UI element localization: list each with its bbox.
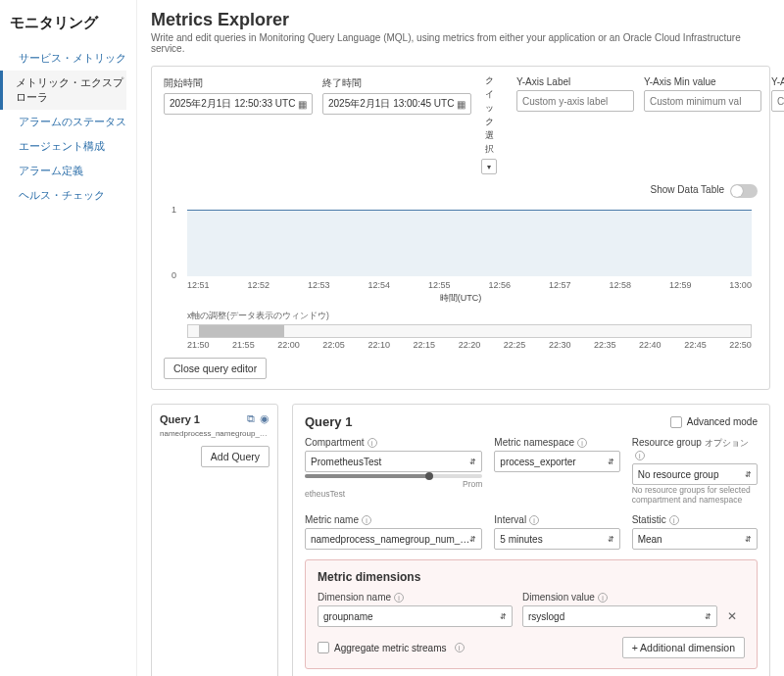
info-icon[interactable]: i bbox=[635, 451, 645, 460]
start-time-value: 2025年2月1日 12:50:33 UTC bbox=[170, 97, 295, 111]
aggregate-label: Aggregate metric streams bbox=[334, 643, 447, 653]
page-title: Metrics Explorer bbox=[151, 10, 770, 30]
chevron-down-icon: ▾ bbox=[487, 163, 491, 171]
interval-label: Intervali bbox=[494, 514, 619, 525]
end-time-input[interactable]: 2025年2月1日 13:00:45 UTC ▦ bbox=[322, 93, 471, 115]
aggregate-checkbox[interactable] bbox=[318, 642, 329, 653]
dimensions-box: Metric dimensions Dimension namei groupn… bbox=[305, 559, 758, 669]
sidebar-item-service-metrics[interactable]: サービス・メトリック bbox=[10, 46, 126, 71]
chart: 1 0 12:51 12:52 12:53 12:54 12:55 12:56 … bbox=[187, 202, 752, 290]
compartment-select[interactable]: PrometheusTest ⇵ bbox=[305, 451, 482, 472]
info-icon[interactable]: i bbox=[669, 515, 679, 525]
resource-group-hint: No resource groups for selected compartm… bbox=[632, 485, 758, 505]
sidebar: モニタリング サービス・メトリック メトリック・エクスプローラ アラームのステー… bbox=[0, 0, 137, 676]
show-data-table-toggle[interactable] bbox=[730, 184, 758, 198]
query-list-panel: Query 1 ⧉ ◉ namedprocess_namegroup_num_p… bbox=[151, 404, 278, 676]
builder-title: Query 1 bbox=[305, 414, 352, 429]
statistic-label: Statistici bbox=[632, 514, 758, 525]
calendar-icon: ▦ bbox=[298, 99, 307, 110]
dimension-value-label: Dimension valuei bbox=[522, 592, 717, 603]
yaxis-max-input[interactable] bbox=[771, 90, 784, 112]
dimension-name-label: Dimension namei bbox=[318, 592, 513, 603]
resource-group-label: Resource group オプションi bbox=[632, 437, 758, 460]
metric-name-select[interactable]: namedprocess_namegroup_num_… ⇵ bbox=[305, 528, 482, 550]
info-icon[interactable]: i bbox=[455, 643, 465, 652]
query-name: Query 1 bbox=[160, 413, 200, 425]
sidebar-item-alarm-def[interactable]: アラーム定義 bbox=[10, 159, 126, 183]
yaxis-label-lbl: Y-Axis Label bbox=[516, 76, 634, 87]
brush-label: x軸の調整(データ表示のウィンドウ) bbox=[187, 311, 752, 322]
compartment-path2: etheusTest bbox=[305, 489, 482, 499]
start-time-label: 開始時間 bbox=[164, 76, 313, 90]
show-data-table-label: Show Data Table bbox=[651, 184, 724, 195]
yaxis-max-lbl: Y-Axis Max value bbox=[771, 76, 784, 87]
brush-selection[interactable] bbox=[199, 325, 283, 337]
close-query-editor-button[interactable]: Close query editor bbox=[164, 358, 267, 379]
time-brush[interactable] bbox=[187, 324, 752, 338]
add-dimension-button[interactable]: + Additional dimension bbox=[622, 637, 745, 658]
query-builder-panel: Query 1 Advanced mode Compartmenti Prome… bbox=[292, 404, 770, 676]
compartment-path: Prom bbox=[305, 479, 482, 489]
advanced-mode-label: Advanced mode bbox=[687, 416, 758, 427]
chevron-updown-icon: ⇵ bbox=[608, 458, 614, 466]
chart-series bbox=[187, 210, 752, 276]
info-icon[interactable]: i bbox=[362, 515, 371, 525]
y-tick-0: 0 bbox=[172, 270, 176, 280]
metric-name-label: Metric namei bbox=[305, 514, 482, 525]
quick-select-dropdown[interactable]: ▾ bbox=[481, 159, 497, 174]
advanced-mode-checkbox[interactable] bbox=[670, 416, 682, 428]
page-subtitle: Write and edit queries in Monitoring Que… bbox=[151, 32, 770, 54]
quick-select-label: ク bbox=[485, 74, 494, 87]
chart-card: 開始時間 2025年2月1日 12:50:33 UTC ▦ 終了時間 2025年… bbox=[151, 66, 770, 390]
end-time-label: 終了時間 bbox=[322, 76, 471, 90]
chevron-updown-icon: ⇵ bbox=[705, 612, 711, 621]
info-icon[interactable]: i bbox=[598, 593, 608, 603]
yaxis-min-lbl: Y-Axis Min value bbox=[644, 76, 761, 87]
compartment-label: Compartmenti bbox=[305, 437, 482, 448]
sidebar-item-agent-config[interactable]: エージェント構成 bbox=[10, 134, 126, 159]
end-time-value: 2025年2月1日 13:00:45 UTC bbox=[328, 97, 454, 111]
resource-group-select[interactable]: No resource group ⇵ bbox=[632, 463, 758, 485]
chevron-updown-icon: ⇵ bbox=[745, 470, 752, 479]
chevron-updown-icon: ⇵ bbox=[608, 535, 614, 544]
dimension-value-select[interactable]: rsyslogd ⇵ bbox=[522, 605, 717, 627]
interval-select[interactable]: 5 minutes ⇵ bbox=[494, 528, 619, 550]
yaxis-min-input[interactable] bbox=[644, 90, 761, 112]
brush-ticks: 21:50 21:55 22:00 22:05 22:10 22:15 22:2… bbox=[187, 340, 752, 350]
chevron-updown-icon: ⇵ bbox=[500, 612, 507, 621]
x-axis-title: 時間(UTC) bbox=[164, 292, 758, 305]
copy-icon[interactable]: ⧉ bbox=[247, 412, 255, 425]
chevron-updown-icon: ⇵ bbox=[469, 458, 476, 466]
chevron-updown-icon: ⇵ bbox=[469, 535, 476, 544]
compartment-scroll[interactable] bbox=[305, 474, 482, 478]
y-tick-1: 1 bbox=[172, 205, 176, 215]
remove-dimension-button[interactable]: ✕ bbox=[727, 609, 745, 623]
sidebar-item-metrics-explorer[interactable]: メトリック・エクスプローラ bbox=[0, 71, 126, 110]
namespace-select[interactable]: process_exporter ⇵ bbox=[494, 451, 619, 472]
dimensions-title: Metric dimensions bbox=[318, 570, 745, 584]
namespace-label: Metric namespacei bbox=[494, 437, 619, 448]
sidebar-title: モニタリング bbox=[10, 14, 126, 32]
main: Metrics Explorer Write and edit queries … bbox=[137, 0, 784, 676]
x-ticks: 12:51 12:52 12:53 12:54 12:55 12:56 12:5… bbox=[187, 280, 752, 290]
hide-icon[interactable]: ◉ bbox=[260, 412, 270, 425]
chevron-updown-icon: ⇵ bbox=[745, 535, 752, 544]
start-time-input[interactable]: 2025年2月1日 12:50:33 UTC ▦ bbox=[164, 93, 313, 115]
info-icon[interactable]: i bbox=[394, 593, 404, 603]
sidebar-item-health-check[interactable]: ヘルス・チェック bbox=[10, 183, 126, 208]
dimension-name-select[interactable]: groupname ⇵ bbox=[318, 605, 513, 627]
info-icon[interactable]: i bbox=[577, 438, 587, 448]
add-query-button[interactable]: Add Query bbox=[201, 446, 270, 467]
statistic-select[interactable]: Mean ⇵ bbox=[632, 528, 758, 550]
query-code: namedprocess_namegroup_num_procs[5m]{gro… bbox=[160, 429, 270, 438]
info-icon[interactable]: i bbox=[368, 438, 377, 448]
calendar-icon: ▦ bbox=[457, 99, 466, 110]
yaxis-label-input[interactable] bbox=[516, 90, 634, 112]
info-icon[interactable]: i bbox=[529, 515, 539, 525]
sidebar-item-alarm-status[interactable]: アラームのステータス bbox=[10, 110, 126, 134]
